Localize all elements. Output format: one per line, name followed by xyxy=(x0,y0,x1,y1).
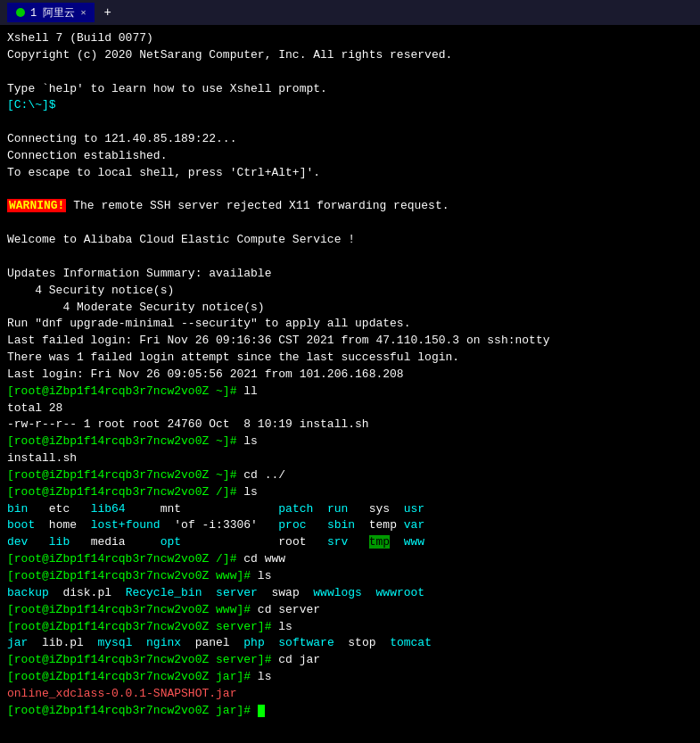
tab-close-button[interactable]: ✕ xyxy=(80,7,86,18)
tab-status-dot xyxy=(16,8,25,17)
tab-label: 1 阿里云 xyxy=(30,5,75,21)
title-bar: 1 阿里云 ✕ + xyxy=(0,0,700,25)
terminal-output[interactable]: Xshell 7 (Build 0077) Copyright (c) 2020… xyxy=(0,25,700,743)
tab-add-button[interactable]: + xyxy=(98,5,116,20)
tab-aliyun[interactable]: 1 阿里云 ✕ xyxy=(7,3,95,22)
